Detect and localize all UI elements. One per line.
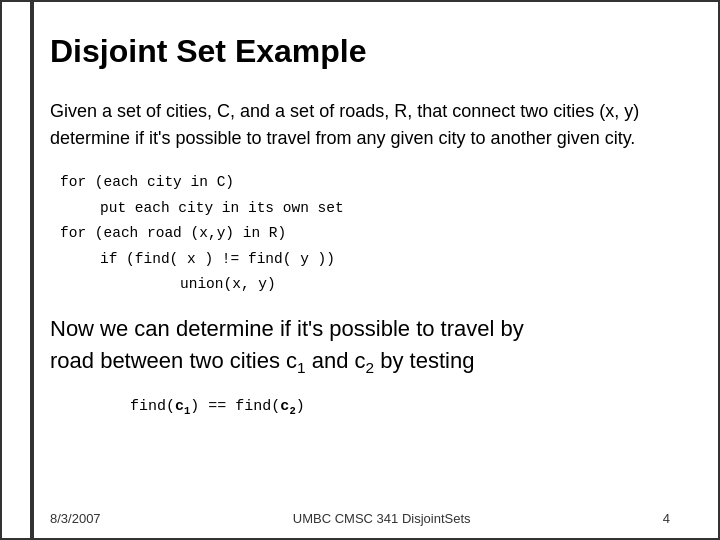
slide: Disjoint Set Example Given a set of citi… xyxy=(0,0,720,540)
code-line-5: union(x, y) xyxy=(60,272,670,297)
footer-course: UMBC CMSC 341 DisjointSets xyxy=(293,511,471,526)
code-line-3: for (each road (x,y) in R) xyxy=(60,221,670,246)
find-code-line: find(c1) == find(c2) xyxy=(130,394,670,420)
slide-title: Disjoint Set Example xyxy=(50,32,670,70)
slide-content: Disjoint Set Example Given a set of citi… xyxy=(2,2,718,440)
code-block-1: for (each city in C) put each city in it… xyxy=(60,170,670,297)
code-line-2: put each city in its own set xyxy=(60,196,670,221)
footer-page: 4 xyxy=(663,511,670,526)
intro-text: Given a set of cities, C, and a set of r… xyxy=(50,101,639,148)
code-line-4: if (find( x ) != find( y )) xyxy=(60,247,670,272)
intro-paragraph: Given a set of cities, C, and a set of r… xyxy=(50,98,670,152)
bottom-paragraph: Now we can determine if it's possible to… xyxy=(50,313,670,380)
code-line-1: for (each city in C) xyxy=(60,170,670,195)
slide-footer: 8/3/2007 UMBC CMSC 341 DisjointSets 4 xyxy=(50,511,670,526)
footer-date: 8/3/2007 xyxy=(50,511,101,526)
find-code-block: find(c1) == find(c2) xyxy=(130,394,670,420)
